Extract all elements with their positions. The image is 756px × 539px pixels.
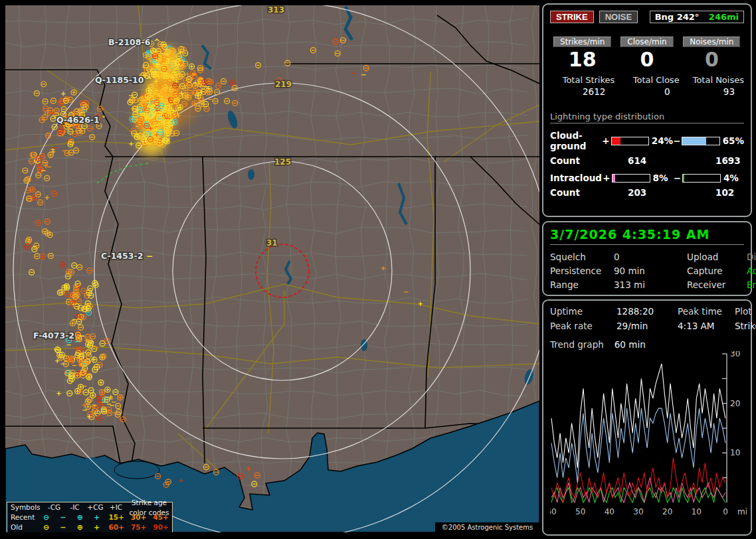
capture-value: Active bbox=[747, 266, 756, 276]
svg-text:0: 0 bbox=[723, 507, 728, 516]
strikes-per-min-value: 18 bbox=[569, 48, 597, 71]
total-close-value: 0 bbox=[664, 86, 680, 97]
strikes-per-min-button[interactable]: Strikes/min bbox=[553, 37, 611, 47]
copyright-text: ©2005 Astrogenic Systems bbox=[435, 522, 539, 532]
close-per-min-value: 0 bbox=[640, 48, 654, 71]
trend-chart: 1020306050403020100min bbox=[550, 351, 744, 521]
legend-symbols-label: Symbols bbox=[7, 502, 44, 512]
age-code-45: 45+ bbox=[149, 512, 172, 522]
svg-text:Q-1185-10: Q-1185-10 bbox=[95, 75, 144, 85]
cloud-ground-label: Cloud-ground bbox=[550, 130, 602, 151]
recent-cg-minus-icon: ⊖ bbox=[38, 512, 54, 522]
svg-text:C-1453-2: C-1453-2 bbox=[101, 251, 143, 261]
ic-negative-bar bbox=[682, 174, 721, 183]
plus-sign: + bbox=[603, 173, 610, 183]
age-code-75: 75+ bbox=[128, 522, 150, 532]
svg-text:−: − bbox=[78, 331, 85, 341]
svg-text:30: 30 bbox=[633, 507, 643, 516]
uptime-value: 1288:20 bbox=[616, 306, 678, 317]
strikes-rate-column: Strikes/min 18 Total Strikes 2612 bbox=[550, 37, 614, 97]
ic-positive-pct: 8% bbox=[653, 173, 674, 183]
trend-panel: Uptime 1288:20 Peak time Plot Peak rate … bbox=[542, 299, 752, 536]
recent-ic-plus-icon: + bbox=[88, 512, 105, 522]
svg-text:Q-4626-1: Q-4626-1 bbox=[56, 115, 100, 125]
ic-negative-pct: 4% bbox=[723, 173, 744, 183]
ic-positive-bar bbox=[612, 174, 650, 183]
range-label: Range bbox=[550, 279, 614, 290]
strike-stats-panel: STRIKE NOISE Bng 242° 246mi Strikes/min … bbox=[542, 3, 752, 217]
svg-text:125: 125 bbox=[274, 157, 291, 167]
legend-recent-row: Recent ⊖ − ⊕ + 15+ 30+ 45+ bbox=[7, 512, 172, 522]
ic-negative-count: 102 bbox=[715, 187, 734, 198]
map-canvas[interactable]: 31321912531B-2108-6^Q-1185-10^Q-4626-1ˇC… bbox=[5, 5, 539, 532]
close-rate-column: Close/min 0 Total Close 0 bbox=[614, 37, 679, 97]
intracloud-label: Intracloud bbox=[550, 173, 603, 183]
upload-value: Disabled bbox=[747, 252, 756, 262]
svg-text:10: 10 bbox=[730, 448, 740, 457]
persistence-value: 90 min bbox=[614, 266, 687, 276]
age-code-60: 60+ bbox=[105, 522, 128, 532]
svg-text:40: 40 bbox=[605, 507, 614, 516]
peak-time-value: 4:13 AM bbox=[678, 321, 735, 331]
trend-graph-label: Trend graph bbox=[550, 339, 604, 350]
legend-old-row: Old ⊖ − ⊕ + 60+ 75+ 90+ bbox=[7, 522, 172, 532]
legend-col-nic: -IC bbox=[64, 502, 85, 512]
lightning-map[interactable]: 31321912531B-2108-6^Q-1185-10^Q-4626-1ˇC… bbox=[5, 5, 539, 532]
age-code-15: 15+ bbox=[105, 512, 128, 522]
minus-sign: − bbox=[674, 173, 681, 183]
recent-cg-plus-icon: ⊕ bbox=[72, 512, 88, 522]
noises-rate-column: Noises/min 0 Total Noises 93 bbox=[680, 37, 744, 97]
cg-positive-pct: 24% bbox=[652, 135, 673, 146]
age-code-90: 90+ bbox=[149, 522, 172, 532]
total-strikes-label: Total Strikes bbox=[563, 75, 615, 85]
cg-positive-bar bbox=[611, 137, 649, 145]
app-window: 31321912531B-2108-6^Q-1185-10^Q-4626-1ˇC… bbox=[0, 0, 756, 539]
total-noises-label: Total Noises bbox=[693, 75, 744, 85]
svg-text:31: 31 bbox=[266, 238, 278, 248]
svg-text:B-2108-6: B-2108-6 bbox=[108, 37, 151, 47]
age-code-30: 30+ bbox=[128, 512, 150, 522]
trend-chart-canvas: 1020306050403020100min bbox=[550, 351, 747, 518]
svg-text:−: − bbox=[146, 252, 153, 261]
peak-rate-label: Peak rate bbox=[550, 321, 616, 331]
plot-value: Strike bbox=[735, 321, 756, 331]
range-value: 313 mi bbox=[614, 279, 687, 290]
upload-label: Upload bbox=[687, 252, 747, 262]
datetime-display: 3/7/2026 4:35:19 AM bbox=[550, 227, 744, 245]
intracloud-count-row: Count 203 102 bbox=[550, 187, 744, 198]
svg-text:219: 219 bbox=[275, 80, 292, 89]
legend-recent-label: Recent bbox=[7, 512, 38, 522]
legend-old-label: Old bbox=[7, 522, 38, 532]
strike-button[interactable]: STRIKE bbox=[550, 11, 594, 23]
noises-per-min-button[interactable]: Noises/min bbox=[683, 37, 740, 47]
intracloud-row: Intracloud + 8% − 4% bbox=[550, 173, 744, 183]
receiver-value: Enabled bbox=[747, 279, 756, 290]
status-panel: 3/7/2026 4:35:19 AM Squelch 0 Upload Dis… bbox=[542, 221, 752, 296]
bearing-label: Bng 242° bbox=[655, 12, 700, 22]
plot-label: Plot bbox=[735, 306, 756, 317]
noise-button[interactable]: NOISE bbox=[599, 11, 638, 23]
svg-text:F-4073-2: F-4073-2 bbox=[33, 331, 74, 341]
svg-text:ˇ: ˇ bbox=[102, 116, 106, 125]
svg-text:20: 20 bbox=[662, 507, 672, 516]
uptime-label: Uptime bbox=[550, 306, 616, 317]
bearing-distance: 246mi bbox=[709, 12, 739, 22]
svg-text:30: 30 bbox=[730, 351, 740, 358]
cloud-ground-row: Cloud-ground + 24% − 65% bbox=[550, 130, 744, 151]
count-label: Count bbox=[550, 155, 628, 166]
trend-window-value: 60 min bbox=[614, 339, 646, 350]
old-ic-minus-icon: − bbox=[54, 522, 71, 532]
legend-col-pcg: +CG bbox=[85, 502, 106, 512]
noises-per-min-value: 0 bbox=[705, 48, 719, 71]
close-per-min-button[interactable]: Close/min bbox=[620, 37, 673, 47]
legend-col-ncg: -CG bbox=[44, 502, 64, 512]
svg-text:^: ^ bbox=[153, 38, 160, 47]
recent-ic-minus-icon: − bbox=[54, 512, 71, 522]
capture-label: Capture bbox=[687, 266, 747, 276]
plus-sign: + bbox=[602, 135, 609, 146]
cg-negative-count: 1693 bbox=[715, 155, 741, 166]
persistence-label: Persistence bbox=[550, 266, 614, 276]
total-noises-value: 93 bbox=[723, 86, 744, 97]
svg-text:min: min bbox=[737, 507, 747, 516]
cg-positive-count: 614 bbox=[628, 155, 715, 166]
